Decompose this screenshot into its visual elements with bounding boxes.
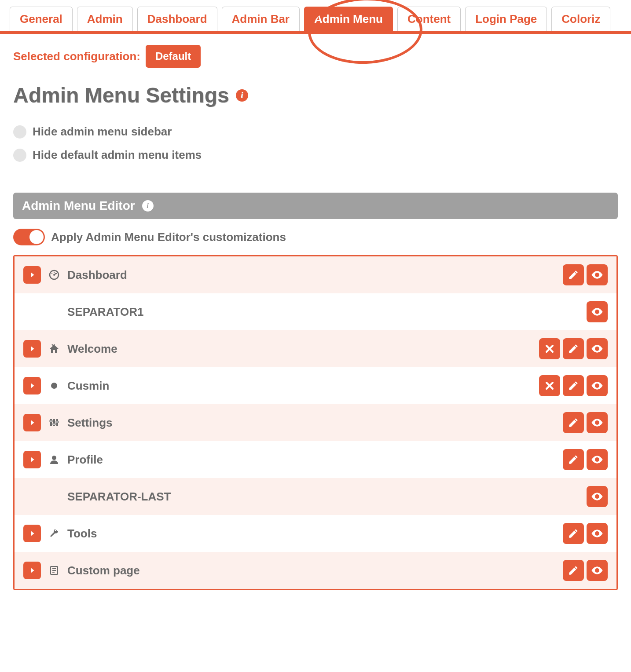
expand-button[interactable] — [23, 377, 41, 394]
close-button[interactable] — [539, 338, 560, 359]
dot-icon — [48, 380, 60, 392]
expand-button[interactable] — [23, 266, 41, 284]
menu-row[interactable]: Cusmin — [15, 367, 616, 404]
close-button[interactable] — [539, 375, 560, 396]
menu-item-label: Profile — [67, 453, 556, 467]
tab-login-page[interactable]: Login Page — [465, 7, 547, 31]
eye-button[interactable] — [587, 523, 608, 544]
menu-item-label: Settings — [67, 416, 556, 430]
page-title-text: Admin Menu Settings — [13, 83, 229, 107]
edit-button[interactable] — [563, 338, 584, 359]
svg-point-17 — [596, 422, 598, 424]
icon-placeholder — [48, 490, 60, 503]
wrench-icon — [48, 527, 60, 540]
svg-point-19 — [596, 459, 598, 461]
eye-button[interactable] — [587, 412, 608, 433]
menu-row[interactable]: Dashboard — [15, 256, 616, 293]
menu-editor-box: DashboardSEPARATOR1WelcomeCusminSettings… — [13, 255, 618, 590]
checkbox-hide-sidebar[interactable]: Hide admin menu sidebar — [13, 125, 618, 139]
tabs-bar: General Admin Dashboard Admin Bar Admin … — [0, 0, 631, 34]
eye-button[interactable] — [587, 375, 608, 396]
row-actions — [539, 338, 608, 359]
menu-item-label: SEPARATOR1 — [67, 305, 580, 319]
tab-dashboard[interactable]: Dashboard — [137, 7, 217, 31]
eye-button[interactable] — [587, 301, 608, 322]
tab-admin[interactable]: Admin — [77, 7, 133, 31]
tab-colorizer[interactable]: Coloriz — [551, 7, 610, 31]
edit-button[interactable] — [563, 264, 584, 285]
row-actions — [563, 412, 608, 433]
svg-rect-16 — [56, 421, 59, 423]
svg-rect-15 — [53, 424, 55, 425]
icon-placeholder — [48, 306, 60, 318]
toggle-row: Apply Admin Menu Editor's customizations — [13, 229, 618, 245]
svg-point-26 — [596, 570, 598, 572]
eye-button[interactable] — [587, 486, 608, 507]
edit-button[interactable] — [563, 560, 584, 581]
menu-row[interactable]: Tools — [15, 515, 616, 552]
apply-toggle[interactable] — [13, 229, 45, 245]
svg-point-20 — [596, 496, 598, 498]
svg-rect-14 — [50, 420, 52, 422]
checkbox-label: Hide default admin menu items — [33, 148, 202, 162]
menu-item-label: Custom page — [67, 564, 556, 577]
svg-rect-12 — [53, 419, 55, 426]
menu-row[interactable]: SEPARATOR1 — [15, 293, 616, 330]
user-icon — [48, 453, 60, 466]
edit-button[interactable] — [563, 523, 584, 544]
expand-button[interactable] — [23, 451, 41, 468]
sliders-icon — [48, 416, 60, 429]
menu-row[interactable]: Profile — [15, 441, 616, 478]
menu-item-label: Cusmin — [67, 379, 532, 393]
tab-general[interactable]: General — [10, 7, 73, 31]
svg-rect-11 — [50, 419, 52, 426]
row-actions — [563, 560, 608, 581]
row-actions — [563, 449, 608, 470]
expand-button[interactable] — [23, 340, 41, 358]
info-icon[interactable]: i — [236, 89, 248, 102]
row-actions — [563, 523, 608, 544]
menu-row[interactable]: SEPARATOR-LAST — [15, 478, 616, 515]
radio-icon — [13, 125, 26, 139]
eye-button[interactable] — [587, 338, 608, 359]
menu-row[interactable]: Settings — [15, 404, 616, 441]
eye-button[interactable] — [587, 264, 608, 285]
svg-point-10 — [596, 385, 598, 387]
tab-admin-menu[interactable]: Admin Menu — [304, 7, 393, 31]
expand-button[interactable] — [23, 525, 41, 542]
toggle-label: Apply Admin Menu Editor's customizations — [51, 230, 286, 244]
edit-button[interactable] — [563, 375, 584, 396]
gauge-icon — [48, 269, 60, 281]
expand-button[interactable] — [23, 562, 41, 579]
svg-point-9 — [51, 383, 57, 389]
home-icon — [48, 343, 60, 355]
menu-item-label: Welcome — [67, 342, 532, 356]
row-actions — [587, 301, 608, 322]
config-default-button[interactable]: Default — [146, 45, 201, 68]
edit-button[interactable] — [563, 449, 584, 470]
svg-point-7 — [596, 311, 598, 313]
radio-icon — [13, 149, 26, 162]
page-icon — [48, 564, 60, 577]
info-icon[interactable]: i — [142, 200, 154, 212]
menu-row[interactable]: Welcome — [15, 330, 616, 367]
edit-button[interactable] — [563, 412, 584, 433]
tab-admin-bar[interactable]: Admin Bar — [222, 7, 300, 31]
tab-content[interactable]: Content — [397, 7, 461, 31]
svg-point-4 — [54, 272, 55, 273]
menu-item-label: Dashboard — [67, 268, 556, 282]
expand-button[interactable] — [23, 414, 41, 431]
checkbox-hide-default-items[interactable]: Hide default admin menu items — [13, 148, 618, 162]
eye-button[interactable] — [587, 560, 608, 581]
config-label: Selected configuration: — [13, 50, 140, 63]
config-row: Selected configuration: Default — [13, 45, 618, 68]
menu-row[interactable]: Custom page — [15, 552, 616, 589]
page-title: Admin Menu Settings i — [13, 83, 618, 107]
row-actions — [587, 486, 608, 507]
svg-point-6 — [596, 274, 598, 276]
eye-button[interactable] — [587, 449, 608, 470]
row-actions — [563, 264, 608, 285]
svg-point-18 — [52, 456, 56, 460]
toggle-knob — [29, 230, 44, 244]
svg-point-8 — [596, 348, 598, 350]
